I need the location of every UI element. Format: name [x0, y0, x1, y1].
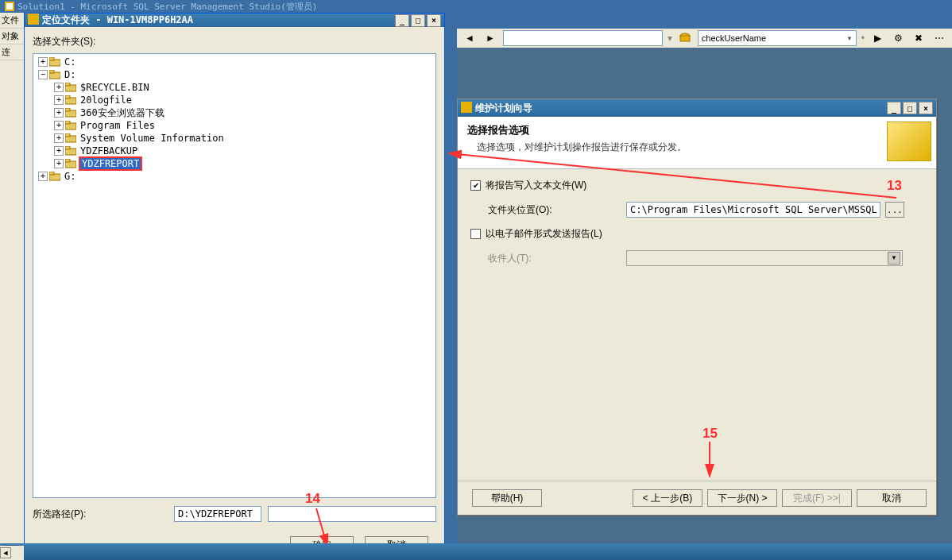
settings-icon[interactable]: ⚙ — [890, 30, 906, 46]
annotation-15: 15 — [702, 426, 718, 442]
nav-back-icon[interactable]: ◄ — [462, 30, 478, 46]
more-icon[interactable]: ⋯ — [931, 30, 947, 46]
expander-icon[interactable]: + — [54, 146, 64, 156]
wizard-banner-icon — [887, 122, 931, 161]
selected-path-input[interactable] — [174, 506, 261, 522]
svg-rect-3 — [680, 36, 690, 41]
main-app-titlebar: Solution1 - Microsoft SQL Server Managem… — [0, 0, 952, 13]
nav-fwd-icon[interactable]: ► — [482, 30, 498, 46]
db-icon[interactable] — [677, 30, 693, 46]
svg-rect-7 — [49, 57, 54, 60]
write-report-label: 将报告写入文本文件(W) — [486, 179, 586, 192]
drive-icon — [49, 57, 60, 67]
finish-button: 完成(F) >>| — [782, 489, 852, 507]
folder-dialog-titlebar: 定位文件夹 - WIN-1VM8PP6H2AA _ □ × — [25, 14, 444, 27]
folder-location-input[interactable] — [626, 202, 880, 218]
wizard-body: ✔ 将报告写入文本文件(W) 文件夹位置(O): ... 以电子邮件形式发送报告… — [458, 169, 936, 481]
folder-icon — [65, 159, 76, 168]
tree-item[interactable]: C: — [63, 56, 77, 68]
left-panel-sliver: 文件 对象 连 — [0, 13, 24, 560]
tree-item[interactable]: Program Files — [79, 120, 157, 131]
folder-tree[interactable]: + C: − D: +$RECYCLE.BIN +20logfile +360安… — [33, 53, 436, 498]
folder-icon — [65, 121, 76, 130]
drive-icon — [49, 172, 60, 181]
maintenance-wizard-dialog: 维护计划向导 _ □ × 选择报告选项 选择选项，对维护计划操作报告进行保存或分… — [457, 98, 937, 516]
svg-rect-19 — [65, 133, 70, 137]
wizard-titlebar: 维护计划向导 _ □ × — [458, 99, 936, 117]
selected-path-label: 所选路径(P): — [33, 508, 168, 521]
folder-icon — [65, 108, 76, 118]
minimize-icon[interactable]: _ — [887, 102, 901, 114]
cancel-button[interactable]: 取消 — [857, 489, 927, 507]
expander-icon[interactable]: + — [54, 159, 64, 168]
svg-rect-1 — [6, 3, 13, 10]
maximize-icon[interactable]: □ — [903, 102, 917, 114]
folder-dialog-title: 定位文件夹 - WIN-1VM8PP6H2AA — [42, 14, 193, 27]
annotation-13: 13 — [887, 178, 902, 194]
prev-button[interactable]: < 上一步(B) — [633, 489, 702, 507]
expander-icon[interactable]: + — [54, 108, 64, 118]
drive-icon — [49, 70, 60, 79]
tree-item[interactable]: YDZFBACKUP — [79, 145, 139, 156]
expander-icon[interactable]: + — [54, 83, 64, 92]
annotation-14: 14 — [305, 491, 320, 507]
recipient-label: 收件人(T): — [470, 252, 621, 265]
tree-item[interactable]: System Volume Information — [79, 133, 226, 144]
tree-item[interactable]: 360安全浏览器下载 — [79, 106, 166, 120]
expander-icon[interactable]: − — [38, 70, 48, 79]
chevron-down-icon: ▼ — [888, 252, 900, 265]
execute-icon[interactable]: ▶ — [869, 30, 885, 46]
folder-icon — [65, 133, 76, 143]
svg-rect-4 — [461, 102, 472, 113]
hscroll[interactable]: ◄ — [0, 546, 24, 560]
wizard-header: 选择报告选项 选择选项，对维护计划操作报告进行保存或分发。 — [458, 117, 936, 169]
folder-location-label: 文件夹位置(O): — [470, 203, 621, 217]
tools-icon[interactable]: ✖ — [911, 30, 927, 46]
write-report-checkbox[interactable]: ✔ — [470, 180, 481, 191]
maximize-icon[interactable]: □ — [411, 14, 425, 27]
wizard-header-title: 选择报告选项 — [467, 123, 927, 137]
tree-item[interactable]: D: — [63, 69, 77, 80]
wizard-header-subtitle: 选择选项，对维护计划操作报告进行保存或分发。 — [477, 141, 927, 154]
expander-icon[interactable]: + — [38, 57, 48, 67]
svg-rect-15 — [65, 108, 70, 111]
tree-item[interactable]: 20logfile — [79, 95, 134, 106]
svg-rect-23 — [65, 159, 70, 162]
next-button[interactable]: 下一步(N) > — [707, 489, 777, 507]
wizard-title: 维护计划向导 — [475, 102, 532, 115]
email-report-label: 以电子邮件形式发送报告(L) — [486, 227, 602, 241]
svg-rect-13 — [65, 95, 70, 98]
tree-item-selected[interactable]: YDZFREPORT — [79, 156, 142, 171]
toolbar: ◄ ► ▾ checkUserName ▼ • ▶ ⚙ ✖ ⋯ — [457, 29, 952, 48]
main-app-title: Solution1 - Microsoft SQL Server Managem… — [17, 1, 317, 13]
folder-dialog-icon — [28, 14, 39, 27]
close-icon[interactable]: × — [427, 14, 441, 27]
browse-button[interactable]: ... — [885, 202, 904, 218]
folder-icon — [65, 146, 76, 156]
expander-icon[interactable]: + — [54, 95, 64, 105]
taskbar — [0, 543, 952, 560]
minimize-icon[interactable]: _ — [395, 14, 409, 27]
svg-rect-21 — [65, 146, 70, 149]
recipient-combo: ▼ — [626, 250, 903, 266]
wizard-icon — [461, 102, 472, 115]
svg-rect-5 — [28, 14, 39, 25]
help-button[interactable]: 帮助(H) — [472, 489, 542, 507]
folder-picker-dialog: 定位文件夹 - WIN-1VM8PP6H2AA _ □ × 选择文件夹(S): … — [24, 13, 445, 553]
expander-icon[interactable]: + — [54, 133, 64, 143]
close-icon[interactable]: × — [919, 102, 933, 114]
tree-item[interactable]: G: — [63, 171, 77, 182]
procedure-select[interactable]: checkUserName ▼ — [698, 30, 857, 46]
svg-rect-9 — [49, 70, 54, 73]
address-input[interactable] — [503, 30, 663, 46]
svg-rect-11 — [65, 83, 70, 86]
folder-icon — [65, 95, 76, 105]
select-folder-label: 选择文件夹(S): — [33, 35, 436, 48]
expander-icon[interactable]: + — [54, 121, 64, 130]
svg-rect-17 — [65, 121, 70, 124]
folder-icon — [65, 83, 76, 92]
expander-icon[interactable]: + — [38, 172, 48, 181]
app-icon — [5, 2, 14, 11]
tree-item[interactable]: $RECYCLE.BIN — [79, 82, 151, 93]
email-report-checkbox[interactable] — [470, 229, 481, 239]
